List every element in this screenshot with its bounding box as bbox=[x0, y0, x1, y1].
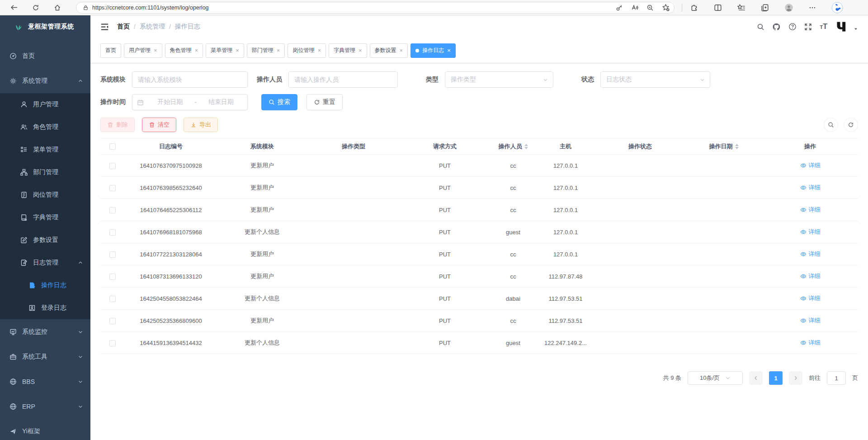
type-select[interactable]: 操作类型 bbox=[445, 71, 553, 88]
close-icon[interactable]: × bbox=[236, 47, 239, 53]
goto-page-input[interactable] bbox=[827, 371, 846, 385]
tab-menu-mgmt[interactable]: 菜单管理× bbox=[206, 43, 244, 58]
row-checkbox[interactable] bbox=[109, 229, 116, 236]
search-button[interactable]: 搜索 bbox=[261, 94, 297, 110]
detail-link[interactable]: 详细 bbox=[800, 228, 821, 236]
row-checkbox[interactable] bbox=[109, 296, 116, 302]
read-aloud-icon[interactable] bbox=[631, 4, 638, 11]
detail-link[interactable]: 详细 bbox=[800, 272, 821, 280]
module-input[interactable] bbox=[132, 71, 248, 88]
sidebar-item-dict-mgmt[interactable]: 字典管理 bbox=[0, 206, 90, 229]
row-checkbox[interactable] bbox=[109, 274, 116, 280]
table-search-icon[interactable] bbox=[824, 118, 838, 132]
breadcrumb-home[interactable]: 首页 bbox=[117, 23, 130, 31]
sidebar-item-erp[interactable]: ERP bbox=[0, 394, 90, 419]
sort-control[interactable] bbox=[735, 144, 739, 149]
sidebar-item-menu-mgmt[interactable]: 菜单管理 bbox=[0, 138, 90, 161]
more-options-icon[interactable] bbox=[809, 4, 816, 11]
close-icon[interactable]: × bbox=[154, 47, 157, 53]
home-icon[interactable] bbox=[51, 1, 64, 14]
sidebar-item-home[interactable]: 首页 bbox=[0, 43, 90, 68]
extensions-icon[interactable] bbox=[690, 4, 698, 12]
help-icon[interactable] bbox=[788, 23, 797, 31]
select-all-checkbox[interactable] bbox=[109, 143, 116, 150]
sidebar-item-user-mgmt[interactable]: 用户管理 bbox=[0, 93, 90, 116]
close-icon[interactable]: × bbox=[277, 47, 280, 53]
refresh-icon[interactable] bbox=[29, 1, 42, 14]
row-checkbox[interactable] bbox=[109, 163, 116, 169]
sidebar-item-param-settings[interactable]: 参数设置 bbox=[0, 229, 90, 251]
sidebar-item-login-log[interactable]: 登录日志 bbox=[0, 297, 90, 319]
row-checkbox[interactable] bbox=[109, 251, 116, 258]
favorite-star-icon[interactable] bbox=[662, 4, 670, 11]
page-number-button[interactable]: 1 bbox=[769, 371, 783, 385]
address-bar[interactable]: https://ccnetcore.com:1101/system/log/op… bbox=[76, 2, 675, 14]
next-page-button[interactable] bbox=[789, 371, 802, 385]
sidebar-item-dept-mgmt[interactable]: 部门管理 bbox=[0, 161, 90, 184]
row-checkbox[interactable] bbox=[109, 318, 116, 324]
sidebar-item-bbs[interactable]: BBS bbox=[0, 369, 90, 394]
detail-link[interactable]: 详细 bbox=[800, 161, 821, 170]
header-search-icon[interactable] bbox=[757, 23, 764, 31]
tab-post-mgmt[interactable]: 岗位管理× bbox=[288, 43, 326, 58]
reset-button[interactable]: 重置 bbox=[307, 94, 343, 110]
font-size-icon[interactable]: TT bbox=[820, 23, 827, 31]
split-screen-icon[interactable] bbox=[714, 4, 722, 12]
table-refresh-icon[interactable] bbox=[844, 118, 858, 132]
tab-role-mgmt[interactable]: 角色管理× bbox=[165, 43, 203, 58]
avatar-caret-icon[interactable] bbox=[854, 27, 858, 31]
close-icon[interactable]: × bbox=[447, 47, 451, 53]
sidebar-item-operation-log[interactable]: 操作日志 bbox=[0, 274, 90, 297]
favorites-bar-icon[interactable] bbox=[737, 4, 745, 12]
close-icon[interactable]: × bbox=[195, 47, 198, 53]
tab-operation-log[interactable]: 操作日志× bbox=[410, 43, 456, 58]
tab-home[interactable]: 首页 bbox=[100, 43, 121, 58]
bing-chat-icon[interactable] bbox=[831, 2, 843, 14]
list-icon bbox=[20, 146, 28, 153]
date-range-picker[interactable]: 开始日期 - 结束日期 bbox=[132, 94, 248, 110]
sort-control[interactable] bbox=[524, 144, 528, 149]
total-count: 共 9 条 bbox=[663, 374, 681, 382]
sidebar-item-post-mgmt[interactable]: 岗位管理 bbox=[0, 184, 90, 206]
delete-button[interactable]: 删除 bbox=[100, 118, 135, 132]
page-size-select[interactable]: 10条/页 bbox=[688, 371, 743, 385]
sidebar-item-system-tools[interactable]: 系统工具 bbox=[0, 344, 90, 369]
row-checkbox[interactable] bbox=[109, 340, 116, 346]
user-avatar-logo[interactable] bbox=[835, 20, 849, 33]
tab-dept-mgmt[interactable]: 部门管理× bbox=[247, 43, 285, 58]
detail-link[interactable]: 详细 bbox=[800, 184, 821, 192]
export-button[interactable]: 导出 bbox=[184, 118, 218, 132]
sidebar-item-yi-framework[interactable]: Yi框架 bbox=[0, 419, 90, 440]
sidebar-item-log-mgmt[interactable]: 日志管理 bbox=[0, 251, 90, 274]
tab-dict-mgmt[interactable]: 字典管理× bbox=[329, 43, 367, 58]
close-icon[interactable]: × bbox=[400, 47, 403, 53]
table-row: 1641076465225306112 更新用户 PUT cc 127.0.0.… bbox=[100, 199, 858, 221]
sidebar-item-role-mgmt[interactable]: 角色管理 bbox=[0, 116, 90, 138]
github-icon[interactable] bbox=[772, 23, 781, 31]
prev-page-button[interactable] bbox=[749, 371, 763, 385]
password-key-icon[interactable] bbox=[616, 4, 623, 11]
sidebar-item-system-monitor[interactable]: 系统监控 bbox=[0, 319, 90, 344]
detail-link[interactable]: 详细 bbox=[800, 206, 821, 214]
clear-button[interactable]: 清空 bbox=[142, 118, 176, 132]
operator-input[interactable] bbox=[288, 71, 398, 88]
sidebar-collapse-icon[interactable] bbox=[100, 23, 109, 31]
close-icon[interactable]: × bbox=[359, 47, 362, 53]
detail-link[interactable]: 详细 bbox=[800, 250, 821, 258]
profile-avatar-icon[interactable] bbox=[784, 3, 793, 12]
detail-link[interactable]: 详细 bbox=[800, 317, 821, 325]
detail-link[interactable]: 详细 bbox=[800, 339, 821, 347]
back-icon[interactable] bbox=[7, 1, 21, 14]
row-checkbox[interactable] bbox=[109, 207, 116, 213]
collections-icon[interactable] bbox=[761, 4, 769, 12]
status-select[interactable]: 日志状态 bbox=[600, 71, 710, 88]
fullscreen-icon[interactable] bbox=[804, 23, 812, 31]
detail-link[interactable]: 详细 bbox=[800, 294, 821, 303]
sidebar-item-system-mgmt[interactable]: 系统管理 bbox=[0, 68, 90, 93]
close-icon[interactable]: × bbox=[317, 47, 321, 53]
row-checkbox[interactable] bbox=[109, 185, 116, 191]
tab-user-mgmt[interactable]: 用户管理× bbox=[124, 43, 162, 58]
calendar-icon bbox=[137, 99, 144, 106]
zoom-out-icon[interactable] bbox=[646, 4, 654, 11]
tab-param-settings[interactable]: 参数设置× bbox=[370, 43, 408, 58]
